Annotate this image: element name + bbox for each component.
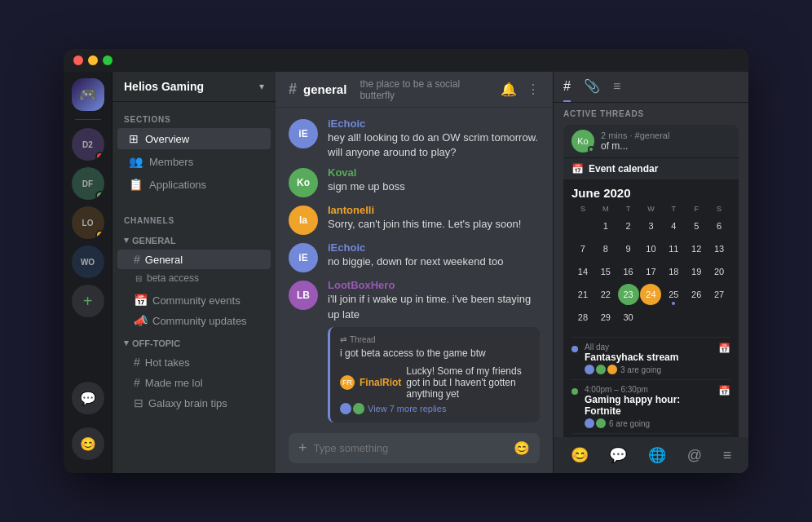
cal-day-3[interactable]: 3 (640, 215, 661, 237)
thread-reply-avatar: FR (340, 375, 355, 390)
cal-day-1[interactable]: 1 (595, 215, 616, 237)
event-cal-icon-1[interactable]: 📅 (718, 343, 730, 354)
channel-item-community-updates[interactable]: 📣 Community updates (117, 311, 271, 330)
rp-emoji-icon[interactable]: 😊 (571, 446, 589, 464)
msg-content-1: iEchoic hey all! looking to do an OW scr… (328, 117, 540, 160)
msg-username-iechoic2: iEchoic (328, 241, 365, 254)
sidebar-item-members[interactable]: 👥 Members (117, 151, 271, 172)
cal-day-12[interactable]: 12 (686, 238, 707, 259)
plus-icon: + (83, 292, 93, 311)
dm-icon[interactable]: 💬 (72, 382, 104, 414)
calendar-days-header: S M T W T F S (571, 203, 730, 215)
cal-day-17[interactable]: 17 (640, 261, 661, 282)
tab-threads[interactable]: # (563, 79, 571, 102)
server-icon-wo[interactable]: WO (72, 246, 104, 278)
cal-day-27[interactable]: 27 (708, 284, 730, 305)
sidebar-item-label-overview: Overview (145, 133, 189, 145)
cal-day-4[interactable]: 4 (663, 215, 684, 237)
sidebar-item-label-applications: Applications (149, 179, 206, 191)
server-icon-d2[interactable]: D2 (72, 128, 104, 161)
server-icon-df[interactable]: DF (72, 167, 104, 200)
server-icon-helios[interactable]: 🎮 (72, 78, 104, 111)
tab-pins[interactable]: 📎 (584, 78, 600, 102)
channel-group-header-offtopic[interactable]: ▾ Off-topic (113, 334, 276, 352)
cal-day-7[interactable]: 7 (572, 238, 594, 259)
channel-item-hot-takes[interactable]: # Hot takes (117, 352, 271, 372)
event-cal-icon-2[interactable]: 📅 (718, 385, 730, 396)
user-settings-icon[interactable]: 😊 (72, 427, 104, 460)
more-options-icon[interactable]: ⋮ (527, 82, 540, 97)
event-item-3: 7:00pm – 7:30pm Off-mic hang 📅 (571, 433, 730, 437)
sidebar-item-overview[interactable]: ⊞ Overview (117, 128, 271, 149)
cal-day-20[interactable]: 20 (708, 261, 730, 282)
cal-day-28[interactable]: 28 (572, 307, 594, 328)
cal-day-15[interactable]: 15 (595, 261, 616, 282)
day-label-t1: T (617, 203, 640, 215)
cal-day-8[interactable]: 8 (595, 238, 616, 259)
channel-item-made-me-lol[interactable]: # Made me lol (117, 373, 271, 392)
going-avatars-2 (585, 418, 606, 428)
cal-day-19[interactable]: 19 (686, 261, 707, 282)
msg-content-2: Koval sign me up boss (328, 166, 540, 197)
day-label-w: W (640, 203, 663, 215)
app-window: 🎮 D2 DF LO WO + 💬 😊 (64, 49, 748, 473)
sidebar-item-label-members: Members (149, 156, 193, 168)
chat-header: # general the place to be a social butte… (276, 72, 553, 108)
applications-icon: 📋 (129, 178, 143, 191)
server-name: Helios Gaming (124, 80, 204, 93)
cal-day-2[interactable]: 2 (618, 215, 639, 237)
cal-day-11[interactable]: 11 (663, 238, 684, 259)
message-6: FI FI put me in coach 🏆 (276, 426, 553, 427)
msg-username-iantonelli: Iantonelli (328, 204, 374, 216)
cal-day-23[interactable]: 23 (618, 284, 639, 305)
channel-item-galaxy-brain[interactable]: ⊟ Galaxy brain tips (117, 393, 271, 413)
server-header[interactable]: Helios Gaming ▾ (113, 72, 276, 102)
channel-group-header-general[interactable]: ▾ General (113, 232, 276, 249)
avatar-iechoic: iE (289, 119, 318, 148)
tab-members[interactable]: ≡ (613, 79, 620, 102)
day-label-m: M (594, 203, 617, 215)
rp-menu-icon[interactable]: ≡ (723, 447, 732, 464)
cal-day-10[interactable]: 10 (640, 238, 661, 259)
cal-day-21[interactable]: 21 (572, 284, 594, 305)
calendar-header: 📅 Event calendar (563, 158, 739, 179)
channel-item-community-events[interactable]: 📅 Community events (117, 290, 271, 310)
minimize-button[interactable] (88, 55, 98, 65)
msg-content-4: iEchoic no biggie, down for next weekend… (328, 241, 540, 272)
channel-label-beta-access: beta access (147, 272, 199, 284)
cal-day-6[interactable]: 6 (708, 215, 730, 237)
cal-day-24[interactable]: 24 (640, 284, 661, 305)
maximize-button[interactable] (103, 55, 113, 65)
msg-header-4: iEchoic (328, 241, 540, 254)
rp-chat-icon[interactable]: 💬 (609, 446, 627, 464)
channel-item-general[interactable]: # General (117, 250, 271, 269)
server-icon-lo[interactable]: LO (72, 206, 104, 239)
event-info-2: 4:00pm – 6:30pm Gaming happy hour: Fortn… (585, 385, 712, 428)
cal-day-16[interactable]: 16 (618, 261, 639, 282)
channel-item-beta-access[interactable]: ⊟ beta access (113, 270, 276, 286)
cal-day-5[interactable]: 5 (686, 215, 707, 237)
cal-day-14[interactable]: 14 (572, 261, 594, 282)
chat-input[interactable] (314, 442, 507, 454)
rp-globe-icon[interactable]: 🌐 (648, 446, 666, 464)
cal-day-26[interactable]: 26 (686, 284, 707, 305)
view-replies-button[interactable]: View 7 more replies (340, 403, 530, 414)
cal-empty-1 (572, 215, 594, 237)
cal-day-29[interactable]: 29 (595, 307, 616, 328)
add-server-button[interactable]: + (72, 285, 104, 317)
msg-username-iechoic: iEchoic (328, 117, 365, 130)
rp-mention-icon[interactable]: @ (687, 447, 702, 464)
sidebar-item-applications[interactable]: 📋 Applications (117, 174, 271, 195)
input-plus-icon[interactable]: + (298, 440, 307, 457)
close-button[interactable] (73, 55, 83, 65)
cal-day-25[interactable]: 25 (663, 284, 684, 305)
cal-day-13[interactable]: 13 (708, 238, 730, 259)
bell-icon[interactable]: 🔔 (501, 82, 517, 97)
cal-day-18[interactable]: 18 (663, 261, 684, 282)
msg-header-2: Koval (328, 166, 540, 179)
cal-day-9[interactable]: 9 (618, 238, 639, 259)
cal-day-30[interactable]: 30 (618, 307, 639, 328)
cal-day-22[interactable]: 22 (595, 284, 616, 305)
emoji-icon[interactable]: 😊 (514, 440, 530, 456)
traffic-lights (73, 55, 113, 65)
